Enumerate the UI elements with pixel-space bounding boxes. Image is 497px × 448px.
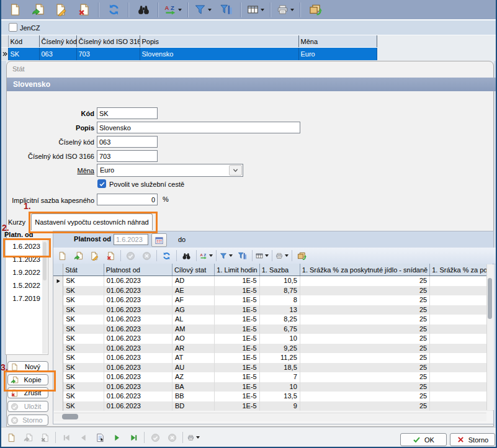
grid-cell[interactable]: 8,25 (259, 315, 300, 325)
dropdown-arrow-icon[interactable] (261, 9, 264, 11)
grid-cell[interactable]: AG (172, 305, 214, 315)
grid-column-header[interactable]: 1. Sazba (259, 264, 300, 276)
grid-cell[interactable]: 25 (300, 315, 429, 325)
open-copy-button[interactable] (72, 249, 85, 262)
print-button[interactable] (187, 431, 200, 444)
grid-cell[interactable]: SK (63, 276, 104, 286)
new-document-button[interactable] (5, 431, 17, 444)
grid-cell[interactable]: 25 (300, 334, 429, 344)
grid-cell[interactable]: 9 (259, 401, 300, 411)
new-document-button[interactable] (6, 2, 24, 18)
grid-cell[interactable] (430, 353, 493, 363)
dropdown-arrow-icon[interactable] (196, 436, 200, 439)
grid-row[interactable]: SK01.06.2023AE1E-58,7525 (53, 286, 493, 296)
filter-values-button[interactable] (236, 249, 249, 262)
column-header-mena[interactable]: Měna (298, 35, 377, 48)
grid-cell[interactable]: 8,75 (259, 286, 300, 296)
grid-cell[interactable] (430, 286, 493, 296)
jencz-checkbox[interactable] (9, 23, 17, 32)
combo-dropdown-button[interactable] (229, 165, 242, 176)
grid-row[interactable]: SK01.06.2023AU1E-518,525 (53, 363, 493, 373)
dropdown-arrow-icon[interactable] (229, 254, 233, 257)
grid-cell[interactable]: SK (63, 344, 104, 354)
grid-row[interactable]: SK01.06.2023AL1E-58,2525 (53, 315, 493, 325)
grid-cell[interactable] (430, 325, 493, 334)
grid-cell[interactable]: AU (172, 363, 214, 373)
column-chooser-button[interactable] (256, 249, 269, 262)
grid-cell[interactable]: AZ (172, 372, 214, 382)
tab-nastaveni-active[interactable]: Nastavení vypočtu cestovních náhrad (31, 213, 153, 230)
grid-cell[interactable]: 1E-5 (215, 276, 259, 286)
povolit-checkbox[interactable] (97, 179, 106, 188)
platnost-od-input[interactable] (114, 234, 148, 245)
tab-kurzy[interactable]: Kurzy (8, 218, 25, 226)
grid-cell[interactable]: SK (63, 334, 104, 344)
grid-cell[interactable]: 01.06.2023 (104, 286, 172, 296)
validity-date-item-selected[interactable]: 1.6.2023 (6, 240, 48, 253)
grid-column-header[interactable]: 1. Limit hodin (215, 264, 259, 276)
grid-cell[interactable]: SK (63, 325, 104, 334)
grid-cell[interactable]: 1E-5 (215, 401, 259, 411)
grid-cell[interactable]: 01.06.2023 (104, 401, 172, 411)
grid-cell[interactable]: 1E-5 (215, 295, 259, 305)
grid-cell[interactable]: 1E-5 (215, 305, 259, 315)
popis-input[interactable] (97, 122, 300, 133)
grid-cell[interactable]: 1E-5 (215, 392, 259, 401)
edit-record-button[interactable] (88, 249, 101, 262)
print-button[interactable] (277, 2, 294, 18)
delete-record-button[interactable] (104, 249, 117, 262)
grid-cell[interactable]: 01.06.2023 (104, 305, 172, 315)
grid-cell[interactable]: 13 (259, 305, 300, 315)
grid-cell[interactable] (430, 295, 493, 305)
column-chooser-button[interactable] (247, 2, 264, 18)
cell-popis[interactable]: Slovensko (140, 48, 298, 61)
grid-column-header[interactable]: Cílový stat (172, 264, 214, 276)
grid-cell[interactable] (430, 315, 493, 325)
grid-column-header[interactable]: Platnost od (104, 264, 172, 276)
grid-cell[interactable]: 25 (300, 295, 429, 305)
grid-cell[interactable]: AR (172, 344, 214, 354)
grid-cell[interactable]: 25 (300, 276, 429, 286)
grid-cell[interactable]: SK (63, 382, 104, 392)
grid-cell[interactable]: 1E-5 (215, 372, 259, 382)
dropdown-arrow-icon[interactable] (208, 9, 212, 11)
grid-cell[interactable]: 01.06.2023 (104, 363, 172, 373)
grid-cell[interactable]: 01.06.2023 (104, 382, 172, 392)
column-header-iso[interactable]: Číselný kód ISO 3166 (76, 35, 140, 48)
grid-cell[interactable]: 18,5 (259, 363, 300, 373)
grid-cell[interactable]: 01.06.2023 (104, 344, 172, 354)
mena-label[interactable]: Měna (0, 165, 94, 177)
edit-record-button[interactable] (52, 2, 69, 18)
grid-cell[interactable]: SK (63, 392, 104, 401)
refresh-button[interactable] (160, 249, 173, 262)
grid-cell[interactable]: 01.06.2023 (104, 315, 172, 325)
kod-input[interactable] (97, 107, 158, 119)
cell-ciselny-kod[interactable]: 063 (39, 48, 76, 61)
new-document-button[interactable] (56, 249, 69, 262)
column-header-kod[interactable]: Kód (8, 35, 39, 48)
dropdown-arrow-icon[interactable] (290, 9, 294, 11)
zruit-action-button[interactable]: Zrušit (7, 387, 48, 398)
grid-cell[interactable]: 25 (300, 363, 429, 373)
grid-hscrollbar[interactable] (54, 413, 486, 421)
grid-cell[interactable]: BA (172, 382, 214, 392)
print-button[interactable] (275, 249, 289, 262)
sort-az-button[interactable] (164, 2, 182, 18)
grid-cell[interactable]: 25 (300, 305, 429, 315)
filter-values-button[interactable] (217, 2, 235, 18)
grid-cell[interactable]: AO (172, 334, 214, 344)
grid-cell[interactable]: 1E-5 (215, 344, 259, 354)
grid-column-header[interactable]: 1. Srážka % za poskytnuté jídlo - snídan… (300, 264, 429, 276)
open-copy-button[interactable] (29, 2, 47, 18)
grid-row[interactable]: SK01.06.2023AM1E-56,7525 (53, 325, 493, 334)
dropdown-arrow-icon[interactable] (178, 9, 182, 11)
grid-cell[interactable]: 01.06.2023 (104, 392, 172, 401)
grid-cell[interactable]: AE (172, 286, 214, 296)
search-binoculars-button[interactable] (135, 2, 152, 18)
grid-cell[interactable]: 7 (259, 372, 300, 382)
grid-cell[interactable]: 1E-5 (215, 286, 259, 296)
grid-row[interactable]: SK01.06.2023AR1E-59,2525 (53, 344, 493, 354)
selected-country-row[interactable]: SK 063 703 Slovensko Euro (1, 48, 377, 61)
grid-row[interactable]: SK01.06.2023BB1E-513,525 (53, 392, 493, 401)
grid-cell[interactable] (430, 372, 493, 382)
